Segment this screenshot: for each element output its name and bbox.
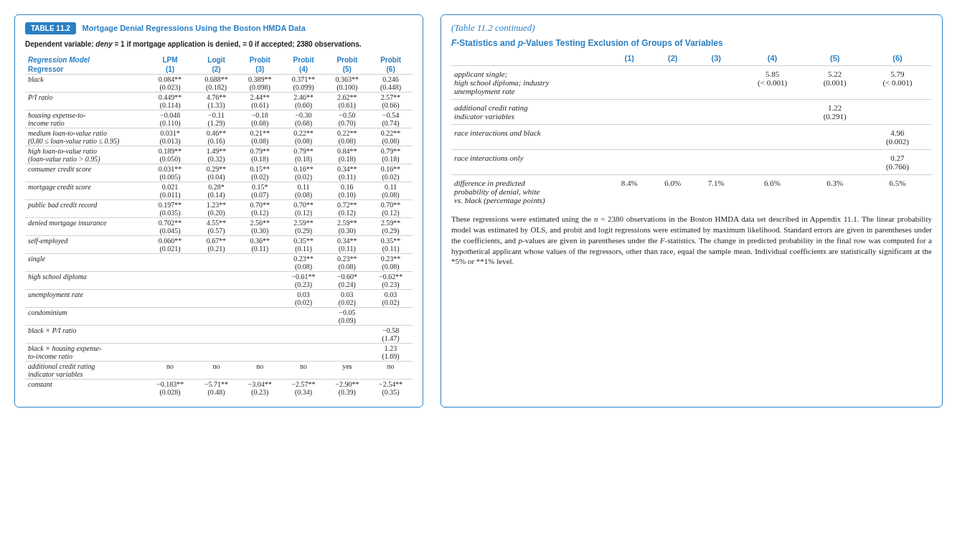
table-row: high loan-to-value ratio(loan-value rati…: [25, 146, 413, 164]
coef-cell: [194, 272, 238, 290]
table-row: consumer credit score0.031**(0.005)0.29*…: [25, 164, 413, 182]
coef-cell: [194, 326, 238, 344]
coef-cell: [194, 254, 238, 272]
coef-cell: 2.62**(0.61): [325, 93, 369, 110]
fstat-cell: [694, 125, 738, 150]
coef-cell: 0.35**(0.11): [282, 236, 326, 254]
coef-cell: 0.031*(0.013): [146, 128, 194, 146]
fstat-header-row: (1) (2) (3) (4) (5) (6): [451, 51, 932, 66]
coef-cell: 0.23**(0.08): [325, 254, 369, 272]
coef-cell: 0.084**(0.023): [146, 75, 194, 93]
coef-cell: [282, 326, 326, 344]
table-row: condominium−0.05(0.09): [25, 308, 413, 326]
fstat-cell: [608, 66, 651, 100]
coef-cell: −2.57**(0.34): [282, 380, 326, 397]
model-header-row: Regression Model LPM Logit Probit Probit…: [25, 55, 413, 65]
coef-cell: [282, 308, 326, 326]
fstat-row-label: race interactions and black: [451, 125, 608, 150]
table-row: black0.084**(0.023)0.688**(0.182)0.389**…: [25, 75, 413, 93]
coef-cell: 2.44**(0.61): [238, 93, 282, 110]
fstat-cell: 6.0%: [651, 175, 695, 209]
coef-cell: [146, 344, 194, 362]
coef-cell: 2.57**(0.66): [369, 93, 413, 110]
coef-cell: 0.36**(0.11): [238, 236, 282, 254]
coef-cell: 0.21**(0.08): [238, 128, 282, 146]
coef-cell: 0.29**(0.04): [194, 164, 238, 182]
coef-cell: −2.54**(0.35): [369, 380, 413, 397]
regressor-label: housing expense-to-income ratio: [25, 110, 146, 128]
regressor-label: constant: [25, 380, 146, 397]
fstat-cell: [694, 150, 738, 175]
regressor-label: additional credit ratingindicator variab…: [25, 362, 146, 380]
table-row: housing expense-to-income ratio−0.048(0.…: [25, 110, 413, 128]
coef-cell: [238, 344, 282, 362]
coef-cell: 0.79**(0.18): [238, 146, 282, 164]
table-11-2-continued-panel: (Table 11.2 continued) F-Statistics and …: [440, 14, 943, 408]
fstat-cell: 5.85(< 0.001): [738, 66, 807, 100]
coef-cell: 0.34**(0.11): [325, 236, 369, 254]
fstat-cell: [651, 66, 695, 100]
coef-cell: 0.197**(0.035): [146, 200, 194, 218]
regressor-label: black: [25, 75, 146, 93]
regression-table: Regression Model LPM Logit Probit Probit…: [25, 55, 413, 397]
coef-cell: 0.03(0.02): [282, 290, 326, 308]
table-row: unemployment rate0.03(0.02)0.03(0.02)0.0…: [25, 290, 413, 308]
fstat-cell: [608, 150, 651, 175]
table-title: Mortgage Denial Regressions Using the Bo…: [83, 24, 306, 32]
coef-cell: 0.021(0.011): [146, 182, 194, 200]
coef-cell: −0.11(1.29): [194, 110, 238, 128]
coef-cell: 0.688**(0.182): [194, 75, 238, 93]
regressor-label: black × P/I ratio: [25, 326, 146, 344]
regressor-label: medium loan-to-value ratio(0.80 ≤ loan-v…: [25, 128, 146, 146]
fstat-cell: [738, 125, 807, 150]
coef-cell: 0.70**(0.12): [369, 200, 413, 218]
coef-cell: [238, 254, 282, 272]
fstat-table: (1) (2) (3) (4) (5) (6) applicant single…: [451, 51, 932, 208]
coef-cell: 2.46**(0.60): [282, 93, 326, 110]
coef-cell: yes: [325, 362, 369, 380]
coef-cell: 0.15**(0.02): [238, 164, 282, 182]
table-tag: TABLE 11.2: [25, 22, 76, 34]
table-row: black × housing expense-to-income ratio1…: [25, 344, 413, 362]
coef-cell: 0.46**(0.16): [194, 128, 238, 146]
continued-label: (Table 11.2 continued): [451, 22, 932, 34]
coef-cell: 0.16**(0.02): [369, 164, 413, 182]
fstat-cell: 5.79(< 0.001): [863, 66, 932, 100]
coef-cell: no: [194, 362, 238, 380]
fstat-cell: [651, 100, 695, 125]
coef-cell: −0.58(1.47): [369, 326, 413, 344]
coef-cell: 1.49**(0.32): [194, 146, 238, 164]
coef-cell: 0.84**(0.18): [325, 146, 369, 164]
coef-cell: 0.79**(0.18): [369, 146, 413, 164]
coef-cell: [194, 308, 238, 326]
coef-cell: 0.70**(0.12): [282, 200, 326, 218]
column-number-row: Regressor (1) (2) (3) (4) (5) (6): [25, 65, 413, 75]
regressor-label: black × housing expense-to-income ratio: [25, 344, 146, 362]
coef-cell: 2.56**(0.30): [238, 218, 282, 236]
coef-cell: [146, 308, 194, 326]
fstat-row-label: additional credit ratingindicator variab…: [451, 100, 608, 125]
fstat-cell: 1.22(0.291): [807, 100, 863, 125]
fstat-cell: [863, 100, 932, 125]
regressor-label: high loan-to-value ratio(loan-value rati…: [25, 146, 146, 164]
table-row: denied mortgage insurance0.702**(0.045)4…: [25, 218, 413, 236]
coef-cell: 0.72**(0.12): [325, 200, 369, 218]
coef-cell: 0.702**(0.045): [146, 218, 194, 236]
fstat-cell: [651, 125, 695, 150]
coef-cell: [238, 308, 282, 326]
coef-cell: 0.03(0.02): [369, 290, 413, 308]
table-row: P/I ratio0.449**(0.114)4.76**(1.33)2.44*…: [25, 93, 413, 110]
coef-cell: 0.22**(0.08): [282, 128, 326, 146]
coef-cell: 0.246(0.448): [369, 75, 413, 93]
coef-cell: 0.389**(0.098): [238, 75, 282, 93]
coef-cell: [146, 272, 194, 290]
coef-cell: 1.23**(0.20): [194, 200, 238, 218]
coef-cell: no: [282, 362, 326, 380]
table-row: difference in predictedprobability of de…: [451, 175, 932, 209]
table-row: mortgage credit score0.021(0.011)0.28*(0…: [25, 182, 413, 200]
table-row: black × P/I ratio−0.58(1.47): [25, 326, 413, 344]
coef-cell: [146, 326, 194, 344]
regressor-label: public bad credit record: [25, 200, 146, 218]
regressor-label: P/I ratio: [25, 93, 146, 110]
coef-cell: 0.031**(0.005): [146, 164, 194, 182]
